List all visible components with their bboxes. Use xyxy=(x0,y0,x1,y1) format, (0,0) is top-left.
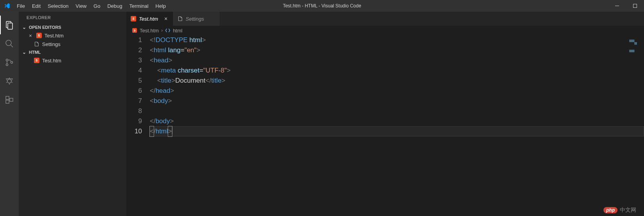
svg-point-7 xyxy=(6,64,8,66)
html-file-icon: 5 xyxy=(132,28,137,33)
chevron-down-icon: ⌄ xyxy=(21,50,27,55)
svg-rect-3 xyxy=(8,23,12,29)
line-number: 3 xyxy=(126,55,142,66)
line-number: 10 xyxy=(126,126,142,136)
menu-help[interactable]: Help xyxy=(153,1,169,11)
line-number: 4 xyxy=(126,66,142,76)
watermark-pill: php xyxy=(603,207,617,213)
editor-tabs: 5 Test.htm × Settings xyxy=(126,12,644,26)
code-line[interactable]: <title>Document</title> xyxy=(150,76,644,86)
close-icon[interactable]: × xyxy=(27,33,34,39)
code-line[interactable]: <meta charset="UTF-8"> xyxy=(150,66,644,76)
titlebar: File Edit Selection View Go Debug Termin… xyxy=(0,0,644,12)
svg-point-6 xyxy=(6,59,8,61)
menu-go[interactable]: Go xyxy=(90,1,103,11)
menu-terminal[interactable]: Terminal xyxy=(126,1,151,11)
close-icon[interactable]: × xyxy=(163,16,169,22)
code-line[interactable]: </html> xyxy=(150,126,644,136)
menu-selection[interactable]: Selection xyxy=(44,1,71,11)
code-line[interactable]: <body> xyxy=(150,96,644,106)
menu-bar: File Edit Selection View Go Debug Termin… xyxy=(14,1,169,11)
html-file-icon: 5 xyxy=(36,33,42,38)
code-line[interactable]: <!DOCTYPE html> xyxy=(150,35,644,45)
breadcrumb-symbol[interactable]: html xyxy=(173,28,183,34)
window-title: Test.htm - HTML - Visual Studio Code xyxy=(283,3,361,9)
svg-rect-17 xyxy=(6,96,9,99)
svg-point-8 xyxy=(11,62,13,64)
file-icon xyxy=(34,41,40,47)
open-editors-section[interactable]: ⌄ OPEN EDITORS xyxy=(19,23,126,31)
debug-icon[interactable] xyxy=(0,72,19,90)
svg-line-14 xyxy=(11,82,12,83)
html-file-icon: 5 xyxy=(34,58,39,63)
code-line[interactable]: <head> xyxy=(150,55,644,66)
file-test-htm[interactable]: 5 Test.htm xyxy=(19,56,126,65)
svg-point-4 xyxy=(6,40,11,46)
file-icon xyxy=(177,16,183,22)
code-content[interactable]: <!DOCTYPE html> <html lang="en"> <head> … xyxy=(150,35,644,216)
sidebar-header: EXPLORER xyxy=(19,12,126,23)
tab-label: Settings xyxy=(186,16,204,22)
explorer-icon[interactable] xyxy=(0,16,19,34)
svg-rect-1 xyxy=(633,4,637,8)
source-control-icon[interactable] xyxy=(0,53,19,72)
tab-label: Test.htm xyxy=(139,16,158,22)
section-label: HTML xyxy=(29,50,41,55)
svg-line-13 xyxy=(6,82,7,83)
menu-debug[interactable]: Debug xyxy=(104,1,125,11)
menu-edit[interactable]: Edit xyxy=(29,1,44,11)
line-number: 6 xyxy=(126,86,142,96)
code-editor[interactable]: 1 2 3 4 5 6 7 8 9 10 <!DOCTYPE html> <ht… xyxy=(126,35,644,216)
line-number: 9 xyxy=(126,116,142,126)
code-line[interactable]: </head> xyxy=(150,86,644,96)
minimap[interactable]: ▀▀▄▀▀ xyxy=(629,37,637,58)
search-icon[interactable] xyxy=(0,34,19,53)
open-editor-test-htm[interactable]: × 5 Test.htm xyxy=(19,31,126,40)
svg-rect-19 xyxy=(10,98,13,101)
section-label: OPEN EDITORS xyxy=(29,25,61,30)
line-number: 1 xyxy=(126,35,142,45)
svg-point-9 xyxy=(7,79,11,83)
breadcrumb[interactable]: 5 Test.htm › html xyxy=(126,26,644,35)
code-line[interactable]: <html lang="en"> xyxy=(150,45,644,55)
tab-test-htm[interactable]: 5 Test.htm × xyxy=(126,12,173,26)
tab-settings[interactable]: Settings xyxy=(173,12,220,26)
line-number: 8 xyxy=(126,106,142,116)
file-label: Test.htm xyxy=(44,33,64,39)
watermark: php 中文网 xyxy=(603,207,636,214)
html-file-icon: 5 xyxy=(131,16,136,21)
watermark-text: 中文网 xyxy=(620,207,636,214)
code-line[interactable]: </body> xyxy=(150,116,644,126)
breadcrumb-file[interactable]: Test.htm xyxy=(140,28,159,34)
maximize-button[interactable] xyxy=(626,0,644,12)
open-editor-settings[interactable]: Settings xyxy=(19,40,126,48)
line-gutter: 1 2 3 4 5 6 7 8 9 10 xyxy=(126,35,150,216)
activity-bar xyxy=(0,12,19,216)
html-folder-section[interactable]: ⌄ HTML xyxy=(19,48,126,56)
line-number: 2 xyxy=(126,45,142,55)
chevron-right-icon: › xyxy=(161,28,163,33)
file-label: Test.htm xyxy=(42,58,61,64)
svg-line-12 xyxy=(11,80,12,80)
svg-line-5 xyxy=(11,45,13,47)
line-number: 5 xyxy=(126,76,142,86)
line-number: 7 xyxy=(126,96,142,106)
sidebar: EXPLORER ⌄ OPEN EDITORS × 5 Test.htm Set… xyxy=(19,12,126,216)
svg-line-11 xyxy=(6,80,7,80)
chevron-down-icon: ⌄ xyxy=(21,25,27,30)
svg-rect-18 xyxy=(6,100,9,103)
menu-view[interactable]: View xyxy=(73,1,90,11)
symbol-icon xyxy=(165,28,170,33)
extensions-icon[interactable] xyxy=(0,90,19,109)
text-cursor xyxy=(172,126,172,134)
file-label: Settings xyxy=(42,41,60,47)
minimize-button[interactable] xyxy=(608,0,626,12)
code-line[interactable] xyxy=(150,106,644,116)
menu-file[interactable]: File xyxy=(14,1,28,11)
vscode-logo-icon xyxy=(0,3,14,9)
